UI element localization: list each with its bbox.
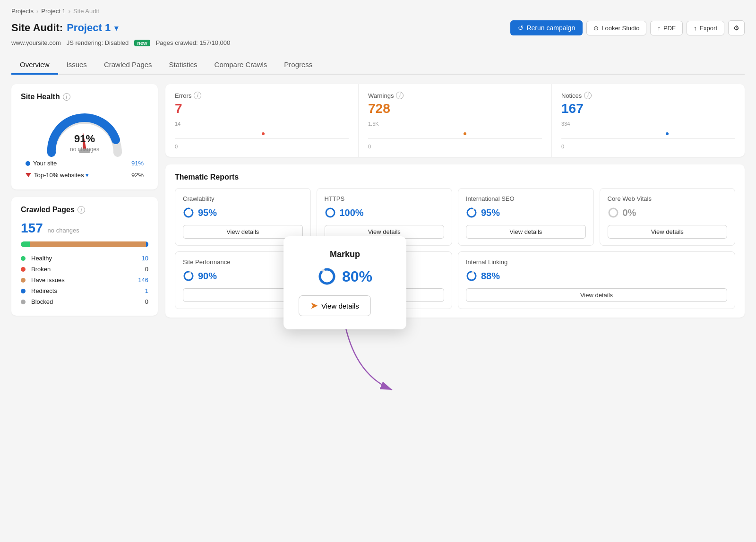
crawled-pages-title: Crawled Pages i bbox=[21, 206, 148, 214]
subtitle-row: www.yoursite.com JS rendering: Disabled … bbox=[11, 39, 745, 46]
cwv-circle-icon bbox=[608, 207, 619, 218]
svg-point-9 bbox=[184, 272, 193, 280]
legend-top10: Top-10% websites ▾ 92% bbox=[21, 169, 148, 181]
notices-info-icon[interactable]: i bbox=[584, 92, 592, 99]
crawled-row-healthy: Healthy 10 bbox=[21, 253, 148, 264]
looker-icon: ⊙ bbox=[593, 25, 599, 32]
crawled-row-broken: Broken 0 bbox=[21, 264, 148, 275]
crawled-row-blocked: Blocked 0 bbox=[21, 296, 148, 307]
cwv-view-details-button[interactable]: View details bbox=[608, 225, 728, 239]
crawled-pages-info-icon[interactable]: i bbox=[77, 206, 85, 214]
tab-overview[interactable]: Overview bbox=[11, 56, 58, 75]
progress-seg-redirects bbox=[146, 241, 148, 247]
pdf-button[interactable]: ↑ PDF bbox=[650, 21, 683, 35]
settings-button[interactable]: ⚙ bbox=[728, 20, 745, 35]
svg-point-4 bbox=[326, 208, 335, 217]
crawlability-circle-icon bbox=[183, 207, 194, 218]
https-circle-icon bbox=[325, 207, 336, 218]
intl-seo-view-details-button[interactable]: View details bbox=[466, 225, 586, 239]
intl-seo-circle-icon bbox=[466, 207, 477, 218]
reports-grid-row1: Crawlability 95% View details HTTPS bbox=[175, 188, 735, 246]
notices-chart: 334 0 bbox=[561, 121, 735, 149]
warnings-value: 728 bbox=[368, 101, 542, 116]
svg-point-6 bbox=[467, 208, 476, 217]
tab-crawled-pages[interactable]: Crawled Pages bbox=[95, 56, 161, 75]
site-health-legend: Your site 91% Top-10% websites ▾ 92% bbox=[21, 157, 148, 181]
warnings-info-icon[interactable]: i bbox=[396, 92, 404, 99]
dot-redirects bbox=[21, 289, 26, 293]
pdf-icon: ↑ bbox=[657, 25, 661, 32]
gear-icon: ⚙ bbox=[733, 24, 739, 32]
dot-issues bbox=[21, 278, 26, 283]
tab-issues[interactable]: Issues bbox=[58, 56, 95, 75]
dot-blocked bbox=[21, 300, 26, 304]
rerun-icon: ↺ bbox=[518, 24, 524, 32]
svg-point-7 bbox=[609, 208, 618, 217]
report-crawlability: Crawlability 95% View details bbox=[175, 188, 311, 246]
report-international-seo: International SEO 95% View details bbox=[458, 188, 594, 246]
svg-point-11 bbox=[467, 272, 476, 280]
dot-broken bbox=[21, 267, 26, 272]
crawled-count-row: 157 no changes bbox=[21, 221, 148, 236]
tab-compare-crawls[interactable]: Compare Crawls bbox=[206, 56, 276, 75]
report-internal-linking: Internal Linking 88% View details bbox=[458, 251, 735, 309]
gauge-chart: 91% no changes bbox=[21, 108, 148, 153]
project-dropdown-icon[interactable]: ▾ bbox=[114, 24, 118, 33]
crawled-row-redirects: Redirects 1 bbox=[21, 285, 148, 296]
crawlability-view-details-button[interactable]: View details bbox=[183, 225, 303, 239]
rerun-campaign-button[interactable]: ↺ Rerun campaign bbox=[510, 20, 583, 35]
report-site-performance: Site Performance 90% View details bbox=[175, 251, 452, 309]
breadcrumb-projects[interactable]: Projects bbox=[11, 8, 34, 15]
internal-linking-view-details-button[interactable]: View details bbox=[466, 288, 727, 302]
errors-info-icon[interactable]: i bbox=[194, 92, 201, 99]
crawled-progress-bar bbox=[21, 241, 148, 247]
site-perf-circle-icon bbox=[183, 270, 194, 282]
svg-point-3 bbox=[184, 208, 193, 217]
top10-dropdown-icon[interactable]: ▾ bbox=[86, 172, 89, 179]
crawled-row-have-issues: Have issues 146 bbox=[21, 275, 148, 285]
top10-icon bbox=[26, 173, 31, 177]
gauge-sublabel: no changes bbox=[70, 146, 99, 153]
site-health-info-icon[interactable]: i bbox=[63, 93, 70, 101]
https-view-details-button[interactable]: View details bbox=[325, 225, 445, 239]
progress-seg-healthy bbox=[21, 241, 30, 247]
pages-crawled-label: Pages crawled: 157/10,000 bbox=[156, 39, 231, 46]
export-button[interactable]: ↑ Export bbox=[687, 21, 724, 35]
notices-metric: Notices i 167 334 0 bbox=[552, 84, 745, 157]
gauge-percent: 91% bbox=[70, 133, 99, 145]
tab-progress[interactable]: Progress bbox=[275, 56, 321, 75]
errors-metric: Errors i 7 14 0 bbox=[165, 84, 359, 157]
report-https: HTTPS 100% View details bbox=[317, 188, 453, 246]
tab-statistics[interactable]: Statistics bbox=[161, 56, 206, 75]
export-icon: ↑ bbox=[694, 25, 697, 32]
thematic-reports-card: Thematic Reports Crawlability 95% View d… bbox=[165, 164, 745, 318]
errors-chart: 14 0 bbox=[175, 121, 349, 149]
notices-value: 167 bbox=[561, 101, 735, 116]
dot-healthy bbox=[21, 256, 26, 261]
metrics-row: Errors i 7 14 0 Warnings i bbox=[165, 84, 745, 157]
project-name[interactable]: Project 1 bbox=[67, 22, 111, 34]
looker-studio-button[interactable]: ⊙ Looker Studio bbox=[586, 21, 646, 35]
crawled-pages-card: Crawled Pages i 157 no changes bbox=[11, 197, 158, 316]
breadcrumb-project1[interactable]: Project 1 bbox=[41, 8, 65, 15]
header-buttons: ↺ Rerun campaign ⊙ Looker Studio ↑ PDF ↑… bbox=[510, 20, 745, 35]
crawled-count: 157 bbox=[21, 221, 43, 235]
page-title: Site Audit: Project 1 ▾ bbox=[11, 22, 118, 34]
site-perf-view-details-button[interactable]: View details bbox=[183, 288, 444, 302]
breadcrumb-site-audit: Site Audit bbox=[73, 8, 99, 15]
crawled-nochange: no changes bbox=[48, 227, 79, 234]
report-core-web-vitals: Core Web Vitals 0% View details bbox=[600, 188, 736, 246]
errors-value: 7 bbox=[175, 101, 349, 116]
js-rendering-label: JS rendering: Disabled bbox=[67, 39, 129, 46]
site-health-card: Site Health i bbox=[11, 84, 158, 189]
progress-seg-issues bbox=[30, 241, 146, 247]
crawled-legend: Healthy 10 Broken 0 Ha bbox=[21, 253, 148, 307]
warnings-chart: 1.5K 0 bbox=[368, 121, 542, 149]
site-url: www.yoursite.com bbox=[11, 39, 61, 46]
your-site-dot bbox=[26, 161, 30, 166]
nav-tabs: Overview Issues Crawled Pages Statistics… bbox=[11, 56, 745, 75]
site-health-title: Site Health i bbox=[21, 93, 148, 101]
reports-grid-row2: Site Performance 90% View details Intern… bbox=[175, 251, 735, 309]
new-badge: new bbox=[134, 40, 150, 46]
breadcrumb: Projects › Project 1 › Site Audit bbox=[11, 8, 745, 15]
